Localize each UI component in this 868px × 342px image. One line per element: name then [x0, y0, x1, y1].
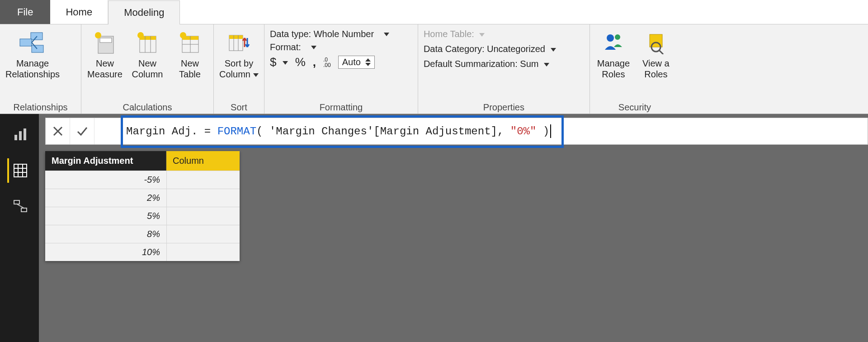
table-row[interactable]: 10% — [45, 243, 240, 261]
chevron-down-icon — [384, 33, 389, 36]
default-summarization-dropdown[interactable]: Default Summarization: Sum — [424, 59, 556, 69]
sort-by-column-button[interactable]: Sort by Column — [219, 28, 259, 80]
cell-value: 2% — [45, 189, 166, 207]
svg-line-37 — [17, 204, 24, 208]
cell-value: -5% — [45, 171, 166, 189]
svg-rect-35 — [14, 200, 19, 204]
column-header-margin-adjustment[interactable]: Margin Adjustment — [45, 151, 166, 171]
cell-value — [166, 171, 240, 189]
commit-formula-button[interactable] — [70, 118, 94, 144]
group-formatting: Data type: Whole Number Format: $ % , .0… — [264, 24, 418, 114]
table-row[interactable]: 8% — [45, 225, 240, 243]
thousands-button[interactable]: , — [313, 55, 316, 69]
decimal-places-value: Auto — [342, 57, 361, 67]
new-column-label: New Column — [132, 58, 163, 80]
group-label-formatting: Formatting — [270, 100, 412, 113]
table-row[interactable]: 2% — [45, 189, 240, 207]
table-row[interactable]: -5% — [45, 171, 240, 189]
data-type-dropdown[interactable]: Data type: Whole Number — [270, 29, 389, 39]
data-type-label: Data type: — [270, 29, 311, 39]
svg-rect-30 — [14, 164, 27, 177]
workspace: Margin Adj. = FORMAT( 'Margin Changes'[M… — [0, 114, 868, 342]
new-table-button[interactable]: New Table — [172, 28, 208, 80]
svg-rect-2 — [32, 45, 43, 52]
spinner-icon[interactable] — [365, 58, 371, 66]
manage-roles-label: Manage Roles — [597, 58, 630, 80]
svg-rect-1 — [20, 39, 32, 46]
view-as-roles-button[interactable]: View a Roles — [638, 28, 674, 80]
cell-value — [166, 189, 240, 207]
table-row[interactable]: 5% — [45, 207, 240, 225]
svg-rect-19 — [229, 35, 243, 39]
formula-text: Margin Adj. = FORMAT( 'Margin Changes'[M… — [94, 124, 551, 138]
chevron-down-icon — [479, 33, 485, 37]
text-cursor — [550, 124, 551, 138]
data-type-value: Whole Number — [314, 29, 374, 39]
svg-rect-27 — [14, 135, 17, 140]
manage-roles-icon — [602, 30, 625, 56]
new-column-icon — [137, 30, 158, 56]
formula-input[interactable]: Margin Adj. = FORMAT( 'Margin Changes'[M… — [94, 118, 868, 144]
report-view-button[interactable] — [7, 122, 32, 147]
new-table-label: New Table — [179, 58, 201, 80]
format-dropdown[interactable]: Format: — [270, 42, 389, 52]
tab-file[interactable]: File — [0, 0, 50, 24]
new-measure-icon — [94, 30, 115, 56]
manage-relationships-button[interactable]: Manage Relationships — [5, 28, 60, 80]
group-calculations: New Measure New Column — [81, 24, 214, 114]
tab-modeling[interactable]: Modeling — [108, 0, 180, 24]
svg-point-22 — [607, 34, 614, 42]
default-summarization-label: Default Summarization: — [424, 59, 518, 69]
chevron-down-icon — [551, 48, 556, 52]
manage-relationships-label: Manage Relationships — [5, 58, 60, 80]
formula-bar: Margin Adj. = FORMAT( 'Margin Changes'[M… — [45, 118, 868, 145]
svg-rect-6 — [100, 38, 112, 43]
cell-value: 10% — [45, 243, 166, 261]
svg-point-12 — [137, 32, 144, 38]
ribbon: Manage Relationships Relationships New M… — [0, 24, 868, 114]
cell-value: 5% — [45, 207, 166, 225]
new-measure-label: New Measure — [87, 58, 123, 80]
decimals-icon: .0 .00 — [323, 57, 331, 68]
view-as-roles-label: View a Roles — [642, 58, 670, 80]
svg-rect-36 — [21, 208, 27, 212]
new-table-icon — [179, 30, 200, 56]
data-category-dropdown[interactable]: Data Category: Uncategorized — [424, 44, 556, 54]
cancel-formula-button[interactable] — [46, 118, 70, 144]
currency-button[interactable]: $ — [270, 55, 288, 69]
cell-value — [166, 207, 240, 225]
tab-home[interactable]: Home — [50, 0, 108, 24]
sort-by-column-icon — [227, 30, 250, 56]
chevron-down-icon — [253, 73, 259, 77]
group-label-relationships: Relationships — [5, 100, 75, 113]
svg-point-23 — [615, 34, 620, 40]
view-as-roles-icon — [647, 30, 665, 56]
svg-point-7 — [95, 32, 101, 38]
home-table-label: Home Table: — [424, 29, 474, 39]
data-view-button[interactable] — [7, 158, 32, 183]
data-table: Margin Adjustment Column -5% 2% 5% 8% 10… — [45, 151, 240, 261]
cell-value — [166, 243, 240, 261]
canvas: Margin Adj. = FORMAT( 'Margin Changes'[M… — [39, 114, 868, 342]
view-rail — [0, 114, 39, 342]
group-label-sort: Sort — [219, 100, 259, 113]
svg-rect-29 — [24, 128, 26, 140]
svg-line-26 — [659, 50, 663, 54]
group-relationships: Manage Relationships Relationships — [0, 24, 81, 114]
format-label: Format: — [270, 42, 301, 52]
home-table-dropdown[interactable]: Home Table: — [424, 29, 556, 39]
decimal-places-input[interactable]: Auto — [338, 56, 375, 69]
chevron-down-icon — [311, 46, 316, 49]
percent-button[interactable]: % — [295, 55, 306, 69]
chevron-down-icon — [283, 61, 288, 65]
column-header-column[interactable]: Column — [166, 151, 240, 171]
manage-relationships-icon — [19, 30, 46, 56]
svg-point-17 — [180, 32, 186, 38]
model-view-button[interactable] — [7, 195, 32, 219]
menu-bar: File Home Modeling — [0, 0, 868, 24]
manage-roles-button[interactable]: Manage Roles — [595, 28, 632, 80]
group-label-security: Security — [595, 100, 674, 113]
new-column-button[interactable]: New Column — [129, 28, 165, 80]
cell-value: 8% — [45, 225, 166, 243]
new-measure-button[interactable]: New Measure — [87, 28, 123, 80]
